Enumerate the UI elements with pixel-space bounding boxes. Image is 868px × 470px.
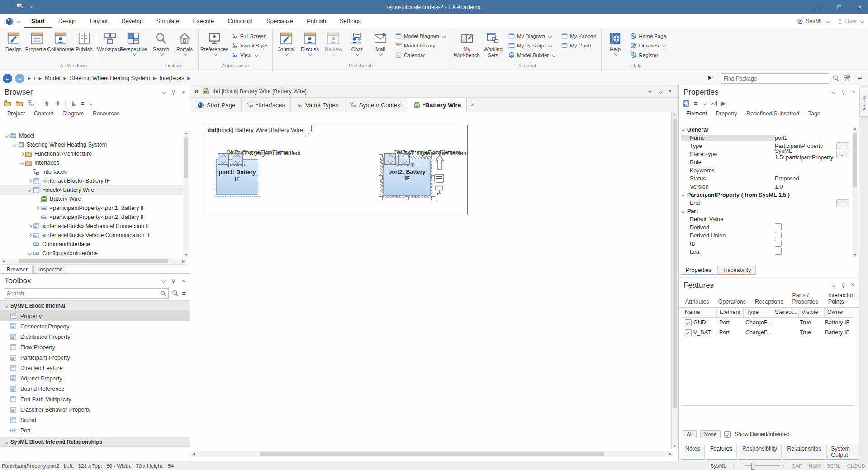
my-kanban-button[interactable]: My Kanban (558, 31, 599, 41)
features-close-icon[interactable]: × (852, 282, 855, 289)
full-screen-button[interactable]: Full Screen (228, 31, 270, 41)
resize-handle[interactable] (431, 196, 435, 200)
logo-dropdown-icon[interactable] (17, 19, 20, 23)
model-builder-button[interactable]: Model Builder (505, 50, 558, 60)
my-diagram-button[interactable]: My Diagram (505, 31, 558, 41)
tree-item-battery-if[interactable]: «interfaceBlock» Battery IF (0, 176, 183, 185)
properties-hamburger-icon[interactable]: ≡ (694, 100, 698, 107)
element-menu-icon[interactable] (434, 174, 444, 183)
design-button[interactable]: Design (2, 28, 25, 52)
table-row[interactable]: V_BAT Port ChargeF... True Battery IF (682, 328, 854, 337)
browser-hamburger-icon[interactable]: ≡ (81, 100, 85, 107)
dock-tab-features[interactable]: Features (706, 444, 737, 460)
workspace-button[interactable]: Workspace (98, 28, 122, 52)
minimize-button[interactable]: – (814, 4, 823, 11)
find-package-input[interactable] (721, 76, 829, 82)
resize-handle[interactable] (379, 196, 383, 200)
properties-close-icon[interactable]: × (852, 89, 855, 95)
tab-close-icon[interactable]: × (467, 102, 477, 108)
toolbox-menu-icon[interactable] (162, 279, 166, 283)
tree-item-port1[interactable]: «participantProperty» port1: Battery IF (0, 204, 183, 213)
browser-tab-project[interactable]: Project (3, 109, 29, 119)
search-button[interactable]: Search (149, 28, 173, 55)
property-section[interactable]: ParticipantProperty ( from SysML 1.5 ) (681, 191, 850, 199)
toolbox-item-participant-property[interactable]: Participant Property (0, 352, 190, 363)
journal-button[interactable]: Journal (275, 28, 298, 55)
property-row-derived[interactable]: Derived (681, 223, 850, 232)
tree-item-interfaces-package[interactable]: Interfaces (0, 158, 183, 167)
tab-system-context[interactable]: System Context (344, 98, 408, 112)
nav-menu-icon[interactable]: ≡ (858, 73, 862, 81)
resize-handle[interactable] (379, 175, 383, 179)
browser-tab-resources[interactable]: Resources (88, 109, 124, 119)
features-tab-operations[interactable]: Operations (714, 297, 750, 307)
resize-handle[interactable] (431, 154, 435, 158)
property-section[interactable]: General (681, 126, 850, 134)
nav-back-button[interactable]: ← (3, 74, 12, 83)
properties-menu-icon[interactable] (832, 90, 835, 94)
toolbox-section-relationships[interactable]: SysML Block Internal Relationships (0, 437, 190, 447)
menu-tab-publish[interactable]: Publish (300, 14, 333, 28)
perspective-selector[interactable]: SysML (797, 18, 829, 24)
dock-tab-responsibility[interactable]: Responsibility (738, 444, 782, 460)
tab-interfaces[interactable]: *Interfaces (242, 98, 291, 112)
toolbox-item-distributed-property[interactable]: Distributed Property (0, 332, 190, 342)
features-pin-icon[interactable] (840, 283, 846, 289)
dock-tab-properties[interactable]: Properties (681, 266, 716, 275)
tree-item-configuration-interface[interactable]: ConfigurationInterface (0, 249, 183, 258)
ellipsis-button[interactable]: ... (836, 151, 849, 158)
ea-logo-icon[interactable] (5, 17, 14, 26)
home-page-button[interactable]: Home Page (627, 31, 669, 41)
browser-tree-hscrollbar[interactable]: ◀▶ (1, 258, 186, 265)
tree-item-port2[interactable]: «participantProperty» port2: Battery IF (0, 213, 183, 222)
tree-item-vehicle-if[interactable]: «interfaceBlock» Vehicle Communication I… (0, 231, 183, 240)
find-search-icon[interactable] (832, 75, 840, 82)
features-menu-icon[interactable] (832, 284, 835, 287)
visible-checkbox[interactable] (685, 329, 692, 336)
publish-button[interactable]: Publish (72, 28, 96, 52)
menu-tab-design[interactable]: Design (52, 14, 83, 28)
property-row-status[interactable]: StatusProposed (681, 175, 850, 183)
property-row-version[interactable]: Version1.0 (681, 183, 850, 191)
none-button[interactable]: None (700, 430, 721, 438)
zoom-slider-thumb[interactable] (751, 463, 755, 470)
property-row-default-value[interactable]: Default Value (681, 215, 850, 223)
visible-checkbox[interactable] (685, 319, 692, 326)
toolbox-item-directed-feature[interactable]: Directed Feature (0, 363, 190, 373)
properties-tab-property[interactable]: Property (711, 109, 742, 119)
my-package-button[interactable]: My Package (505, 41, 558, 50)
new-diagram-icon[interactable] (27, 100, 35, 107)
features-tab-interaction-points[interactable]: Interaction Points (824, 291, 859, 307)
collapse-tabs-icon[interactable]: « (194, 87, 199, 95)
model-library-button[interactable]: Model Library (392, 41, 449, 50)
tab-value-types[interactable]: Value Types (291, 98, 344, 112)
properties-tab-element[interactable]: Element (682, 109, 711, 119)
toolbox-item-bound-reference[interactable]: Bound Reference (0, 384, 190, 394)
browser-tab-context[interactable]: Context (29, 109, 58, 119)
view-button[interactable]: View (228, 50, 270, 60)
toolbox-item-adjunct-property[interactable]: Adjunct Property (0, 373, 190, 384)
discuss-button[interactable]: Discuss (298, 28, 322, 55)
toolbox-section-block-internal[interactable]: SysML Block Internal (0, 300, 190, 311)
diagram-canvas[interactable]: ibd[block] Battery Wire [Battery Wire] G… (190, 112, 671, 448)
port2-flow-port-icon[interactable] (384, 153, 396, 165)
property-row-end[interactable]: End... (681, 199, 850, 207)
move-up-icon[interactable] (43, 100, 50, 107)
tab-list-collapse-icon[interactable]: « (649, 88, 652, 95)
help-button[interactable]: Help (603, 28, 627, 55)
breadcrumb-interfaces[interactable]: Interfaces (159, 75, 184, 81)
toolbox-pin-icon[interactable] (171, 278, 176, 284)
ellipsis-button[interactable]: ... (836, 199, 849, 207)
menu-tab-construct[interactable]: Construct (221, 14, 260, 28)
register-button[interactable]: Register (627, 50, 669, 60)
table-row[interactable]: GND Port ChargeF... True Battery IF (682, 318, 854, 328)
toolbox-item-port[interactable]: Port (0, 425, 190, 436)
canvas-vscrollbar[interactable]: ▲▼ (671, 112, 678, 448)
toolbox-item-connector-property[interactable]: Connector Property (0, 321, 190, 332)
properties-tab-tags[interactable]: Tags (804, 109, 825, 119)
menu-tab-develop[interactable]: Develop (114, 14, 150, 28)
expand-arrow-icon[interactable]: ▶ (708, 75, 712, 81)
browser-tab-diagram[interactable]: Diagram (58, 109, 88, 119)
properties-hamburger-dropdown-icon[interactable] (703, 101, 707, 105)
tab-battery-wire[interactable]: *Battery Wire (408, 98, 467, 113)
